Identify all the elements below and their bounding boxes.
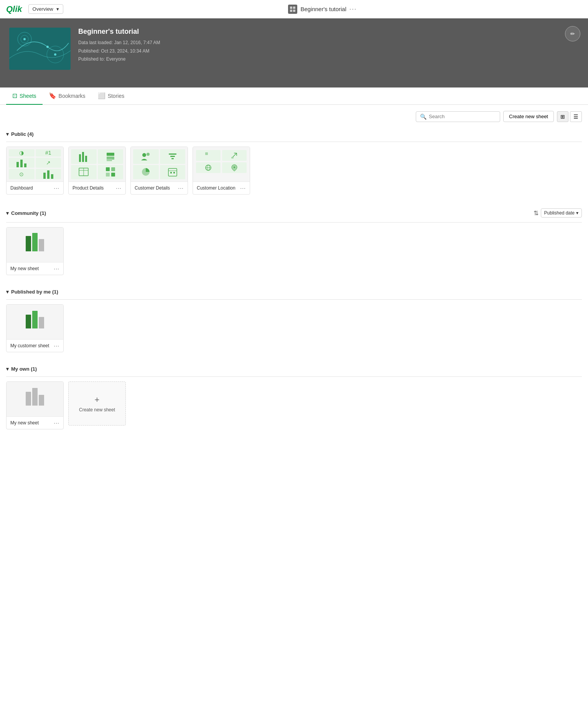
obar-2	[32, 388, 38, 406]
community-divider	[6, 222, 582, 223]
dash-cell-3	[9, 158, 35, 168]
nav-chevron-icon: ▾	[56, 6, 59, 12]
nav-overview-dropdown[interactable]: Overview ▾	[28, 4, 63, 14]
search-icon: 🔍	[420, 114, 427, 120]
my-customer-sheet-more-button[interactable]: ···	[54, 343, 59, 349]
loc-cell-4	[222, 162, 247, 173]
create-plus-icon: +	[95, 395, 100, 405]
svg-rect-11	[16, 162, 19, 167]
list-icon: ☰	[573, 114, 578, 120]
svg-rect-28	[106, 173, 110, 177]
dashboard-thumb: ◑ #1 ↗	[7, 147, 63, 182]
nav-more-button[interactable]: ···	[349, 6, 357, 13]
hero-edit-button[interactable]: ✏	[565, 26, 580, 41]
dashboard-more-button[interactable]: ···	[54, 185, 59, 191]
product-cell-1	[71, 149, 97, 164]
svg-point-9	[46, 46, 49, 48]
content-area: 🔍 Create new sheet ⊞ ☰ ▾ Public (4)	[0, 105, 588, 446]
hero-thumb-svg	[9, 28, 71, 70]
my-new-sheet-community-footer: My new sheet ···	[7, 262, 63, 275]
product-cell-3	[71, 165, 97, 180]
my-new-sheet-community-more-button[interactable]: ···	[54, 266, 59, 272]
cbar-2	[32, 311, 38, 328]
sheet-card-my-new-sheet-own[interactable]: My new sheet ···	[6, 381, 64, 429]
svg-point-10	[54, 53, 56, 56]
sort-icon[interactable]: ⇅	[534, 210, 539, 217]
tab-sheets[interactable]: ⊡ Sheets	[6, 87, 43, 105]
published-date-dropdown[interactable]: Published date ▾	[541, 208, 582, 218]
my-new-sheet-own-more-button[interactable]: ···	[54, 420, 59, 426]
dashboard-footer: Dashboard ···	[7, 182, 63, 194]
list-view-button[interactable]: ☰	[570, 111, 582, 122]
community-sheet-grid: My new sheet ···	[6, 224, 582, 278]
grid-view-button[interactable]: ⊞	[557, 111, 568, 122]
bar-3	[39, 239, 44, 251]
filter-icon	[167, 151, 178, 162]
view-toggle: ⊞ ☰	[557, 111, 582, 122]
svg-rect-13	[24, 163, 26, 167]
customer-cell-4	[160, 165, 186, 180]
community-chevron-icon: ▾	[6, 210, 9, 216]
customer-location-more-button[interactable]: ···	[240, 185, 246, 191]
svg-rect-36	[168, 168, 177, 176]
tab-sheets-label: Sheets	[20, 93, 36, 99]
sheet-card-customer-location[interactable]: Customer Location ···	[193, 147, 250, 195]
published-by-me-header[interactable]: ▾ Published by me (1)	[6, 286, 582, 298]
tabs-bar: ⊡ Sheets 🔖 Bookmarks ⬜ Stories	[0, 87, 588, 105]
tab-bookmarks[interactable]: 🔖 Bookmarks	[43, 87, 92, 105]
tab-stories-label: Stories	[108, 93, 125, 99]
sheet-card-product-details[interactable]: Product Details ···	[68, 147, 126, 195]
my-own-title: ▾ My own (1)	[6, 366, 37, 372]
svg-rect-14	[43, 173, 46, 179]
my-own-header[interactable]: ▾ My own (1)	[6, 363, 582, 375]
svg-rect-16	[51, 174, 53, 179]
svg-rect-12	[20, 160, 23, 167]
dash-cell-6	[36, 169, 61, 179]
customer-location-name: Customer Location	[197, 185, 236, 191]
sheet-card-dashboard[interactable]: ◑ #1 ↗	[6, 147, 64, 195]
product-details-more-button[interactable]: ···	[116, 185, 122, 191]
community-section-header[interactable]: ▾ Community (1) ⇅ Published date ▾	[6, 205, 582, 221]
sheet-card-customer-details[interactable]: Customer Details ···	[130, 147, 188, 195]
nav-app-title: Beginner's tutorial	[300, 6, 346, 12]
svg-rect-22	[107, 159, 112, 161]
my-own-label: My own (1)	[11, 366, 37, 372]
obar-1	[26, 392, 31, 406]
svg-rect-17	[79, 154, 81, 162]
my-customer-sheet-footer: My customer sheet ···	[7, 339, 63, 352]
app-icon-svg	[289, 6, 296, 13]
public-sheet-grid: ◑ #1 ↗	[6, 144, 582, 198]
svg-rect-38	[170, 172, 172, 173]
search-box[interactable]: 🔍	[416, 111, 500, 122]
toolbar: 🔍 Create new sheet ⊞ ☰	[6, 111, 582, 122]
globe-icon	[204, 163, 212, 172]
line-chart-icon: ↗	[46, 160, 51, 166]
svg-rect-42	[231, 157, 234, 158]
published-by-me-label: Published by me (1)	[11, 289, 58, 295]
tab-stories[interactable]: ⬜ Stories	[92, 87, 131, 105]
hero-section: Beginner's tutorial Data last loaded: Ja…	[0, 18, 588, 87]
public-section-header[interactable]: ▾ Public (4)	[6, 128, 582, 140]
map-icon	[230, 163, 239, 172]
my-own-chevron-icon: ▾	[6, 366, 9, 372]
create-new-sheet-card[interactable]: + Create new sheet	[68, 381, 126, 426]
svg-rect-18	[82, 152, 84, 162]
svg-rect-40	[205, 152, 208, 155]
export-icon	[230, 151, 239, 160]
svg-rect-34	[171, 158, 174, 159]
my-own-divider	[6, 376, 582, 377]
published-by-me-section: ▾ Published by me (1) My customer sheet …	[6, 286, 582, 355]
sheet-card-my-new-sheet-community[interactable]: My new sheet ···	[6, 227, 64, 275]
search-input[interactable]	[429, 114, 496, 119]
cbar-1	[26, 315, 31, 328]
calendar-icon	[167, 167, 178, 177]
create-new-sheet-button[interactable]: Create new sheet	[503, 111, 554, 122]
public-divider	[6, 142, 582, 142]
sheet-card-my-customer-sheet[interactable]: My customer sheet ···	[6, 304, 64, 352]
svg-point-8	[23, 38, 26, 40]
mini-bar-chart-icon	[16, 158, 27, 167]
customer-details-name: Customer Details	[135, 185, 170, 191]
location-icon	[204, 151, 212, 160]
customer-details-more-button[interactable]: ···	[178, 185, 184, 191]
my-new-sheet-own-name: My new sheet	[10, 420, 39, 426]
